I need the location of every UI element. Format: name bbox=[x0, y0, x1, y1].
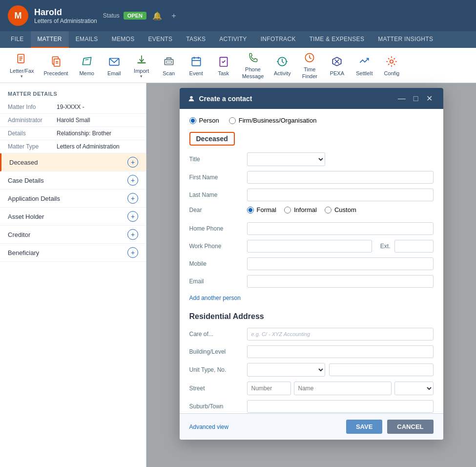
home-phone-label: Home Phone bbox=[189, 225, 243, 232]
nav-emails[interactable]: EMAILS bbox=[69, 31, 105, 48]
formal-radio-option[interactable]: Formal bbox=[247, 206, 276, 213]
add-another-person-link[interactable]: Add another person bbox=[189, 295, 241, 301]
person-radio-option[interactable]: Person bbox=[189, 117, 219, 124]
suburb-input[interactable] bbox=[247, 400, 434, 413]
memo-button[interactable]: Memo bbox=[74, 53, 100, 78]
title-select[interactable]: Mr Mrs Ms Dr bbox=[247, 152, 325, 166]
modal-controls: — □ ✕ bbox=[395, 93, 435, 104]
task-button[interactable]: Task bbox=[211, 53, 236, 78]
firm-radio[interactable] bbox=[229, 117, 236, 124]
asset-holder-add-button[interactable]: + bbox=[127, 211, 138, 222]
sidebar-item-creditor[interactable]: Creditor + bbox=[0, 226, 146, 244]
sidebar-item-beneficiary[interactable]: Beneficiary + bbox=[0, 244, 146, 262]
matter-info-row: Matter Info 19-XXXX - bbox=[0, 101, 146, 114]
custom-radio[interactable] bbox=[325, 207, 331, 213]
cancel-button[interactable]: CANCEL bbox=[387, 420, 433, 434]
work-phone-input[interactable] bbox=[247, 240, 372, 253]
street-name-input[interactable] bbox=[294, 382, 392, 395]
building-row: Building/Level bbox=[189, 345, 434, 358]
svg-rect-14 bbox=[192, 58, 200, 65]
email-input[interactable] bbox=[247, 275, 434, 288]
building-input[interactable] bbox=[247, 345, 434, 358]
beneficiary-add-button[interactable]: + bbox=[127, 247, 138, 258]
modal-title: Create a contact bbox=[187, 95, 252, 103]
svg-point-26 bbox=[390, 60, 393, 63]
plus-icon[interactable]: ＋ bbox=[168, 10, 180, 22]
street-inputs: St Rd Ave Dr bbox=[247, 382, 434, 395]
unit-number-input[interactable] bbox=[329, 363, 434, 376]
formal-radio[interactable] bbox=[247, 207, 254, 213]
mobile-input[interactable] bbox=[247, 257, 434, 270]
sidebar-item-application-details[interactable]: Application Details + bbox=[0, 190, 146, 208]
case-details-label: Case Details bbox=[8, 177, 124, 184]
custom-radio-option[interactable]: Custom bbox=[325, 206, 356, 213]
phone-message-button[interactable]: PhoneMessage bbox=[238, 49, 268, 81]
informal-radio[interactable] bbox=[284, 207, 291, 213]
nav-events[interactable]: EVENTS bbox=[141, 31, 179, 48]
care-of-row: Care of... bbox=[189, 328, 434, 340]
nav-tasks[interactable]: TASKS bbox=[179, 31, 212, 48]
nav-memos[interactable]: MEMOS bbox=[105, 31, 142, 48]
creditor-add-button[interactable]: + bbox=[127, 229, 138, 240]
building-label: Building/Level bbox=[189, 348, 243, 355]
modal-close-button[interactable]: ✕ bbox=[423, 93, 435, 104]
beneficiary-label: Beneficiary bbox=[8, 249, 124, 256]
time-finder-button[interactable]: TimeFinder bbox=[297, 49, 322, 81]
unit-type-row: Unit Type, No. Unit Apartment Suite bbox=[189, 363, 434, 377]
event-button[interactable]: Event bbox=[184, 53, 209, 78]
ext-input[interactable] bbox=[394, 240, 434, 253]
precedent-icon bbox=[49, 55, 63, 68]
nav-time-expenses[interactable]: TIME & EXPENSES bbox=[303, 31, 372, 48]
administrator-label: Administrator bbox=[8, 117, 57, 124]
advanced-view-button[interactable]: Advanced view bbox=[189, 424, 229, 430]
sidebar-item-case-details[interactable]: Case Details + bbox=[0, 171, 146, 190]
mobile-label: Mobile bbox=[189, 260, 243, 267]
bell-icon[interactable]: 🔔 bbox=[150, 10, 164, 21]
person-radio[interactable] bbox=[189, 117, 196, 124]
suburb-label: Suburb/Town bbox=[189, 403, 243, 410]
deceased-add-button[interactable]: + bbox=[127, 157, 138, 168]
last-name-input[interactable] bbox=[247, 189, 434, 201]
matter-info-label: Matter Info bbox=[8, 104, 57, 110]
administrator-value: Harold Small bbox=[57, 117, 90, 124]
pexa-button[interactable]: PEXA bbox=[324, 53, 350, 78]
care-of-input[interactable] bbox=[247, 328, 434, 340]
home-phone-input[interactable] bbox=[247, 222, 434, 235]
config-button[interactable]: Config bbox=[379, 53, 404, 78]
scan-icon bbox=[162, 55, 176, 68]
application-details-add-button[interactable]: + bbox=[127, 193, 138, 204]
nav-matter[interactable]: MATTER bbox=[31, 31, 69, 48]
letter-fax-button[interactable]: Letter/Fax bbox=[6, 50, 38, 81]
nav-activity[interactable]: ACTIVITY bbox=[212, 31, 253, 48]
case-details-add-button[interactable]: + bbox=[127, 175, 138, 186]
street-number-input[interactable] bbox=[247, 382, 291, 395]
nav-infotrack[interactable]: INFOTRACK bbox=[254, 31, 303, 48]
firm-radio-option[interactable]: Firm/Business/Organisation bbox=[229, 117, 317, 124]
scan-button[interactable]: Scan bbox=[156, 53, 182, 78]
precedent-button[interactable]: Precedent bbox=[40, 53, 72, 78]
sidebar-item-asset-holder[interactable]: Asset Holder + bbox=[0, 208, 146, 226]
config-icon bbox=[385, 55, 398, 68]
settleit-button[interactable]: SettleIt bbox=[352, 53, 377, 78]
details-value: Relationship: Brother bbox=[57, 130, 111, 137]
modal-maximize-button[interactable]: □ bbox=[411, 93, 421, 104]
sidebar-item-deceased[interactable]: Deceased + bbox=[0, 153, 146, 171]
informal-radio-option[interactable]: Informal bbox=[284, 206, 317, 213]
first-name-input[interactable] bbox=[247, 171, 434, 184]
last-name-row: Last Name bbox=[189, 189, 434, 201]
save-button[interactable]: SAVE bbox=[346, 420, 382, 434]
modal-body: Person Firm/Business/Organisation Deceas… bbox=[180, 109, 443, 413]
street-type-select[interactable]: St Rd Ave Dr bbox=[394, 382, 434, 395]
header-status: Status OPEN 🔔 ＋ bbox=[103, 10, 180, 22]
email-button[interactable]: Email bbox=[102, 53, 127, 78]
nav-file[interactable]: FILE bbox=[4, 31, 31, 48]
svg-rect-5 bbox=[54, 59, 60, 66]
settleit-icon bbox=[357, 55, 371, 68]
mobile-row: Mobile bbox=[189, 257, 434, 270]
modal-minimize-button[interactable]: — bbox=[395, 93, 409, 104]
import-button[interactable]: Import bbox=[129, 50, 154, 81]
activity-button[interactable]: Activity bbox=[269, 53, 295, 78]
unit-type-select[interactable]: Unit Apartment Suite bbox=[247, 363, 325, 377]
street-label: Street bbox=[189, 385, 243, 392]
nav-matter-insights[interactable]: MATTER INSIGHTS bbox=[371, 31, 440, 48]
